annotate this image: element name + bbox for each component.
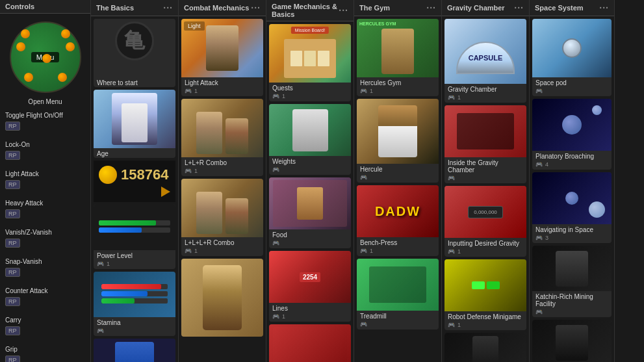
card-lines-title: Lines [269, 303, 351, 313]
space-pod-content [532, 19, 612, 77]
card-where-to-start[interactable]: 亀 Where to start [94, 19, 175, 87]
stamina-bars [97, 280, 171, 309]
card-weights[interactable]: Weights 🎮 [269, 104, 351, 175]
card-inputting-meta: 🎮 1 [444, 248, 526, 257]
control-flight: Toggle Flight On/Off RP [3, 110, 88, 132]
menu-circle[interactable]: Menu [10, 21, 81, 93]
card-katchin-rich-image [532, 246, 612, 291]
control-snap: Snap-Vanish RP [3, 257, 88, 278]
card-inside-gravity-meta: 🎮 [444, 174, 526, 183]
mission-board-sign: Mission Board! [291, 27, 329, 34]
combat-bottom-content [181, 259, 263, 337]
card-inside-gravity-image [444, 105, 526, 157]
bar2-container [99, 227, 170, 233]
dadw-meta-icon: 🎮 [360, 248, 367, 254]
bar1-container [99, 220, 170, 226]
card-quests-title: Quests [269, 83, 351, 92]
control-carry-name: Carry [5, 317, 85, 324]
card-stamina[interactable]: Stamina 🎮 [94, 272, 175, 336]
katchin-rich-content [532, 246, 612, 291]
card-power-level[interactable]: Power Level 🎮 1 [94, 205, 175, 269]
dragonball-6 [58, 73, 67, 82]
card-planetary[interactable]: Planatory Broaching 🎮 4 [532, 99, 612, 170]
quests-content: Mission Board! [269, 24, 351, 83]
card-lllr-meta: 🎮 1 [181, 247, 263, 256]
stamina-bar1-fill [101, 284, 161, 289]
card-bench-press-game[interactable]: Bench-Press 🎮 1 [269, 324, 351, 362]
card-inside-gravity[interactable]: Inside the Gravity Chamber 🎮 [444, 105, 526, 183]
card-age[interactable]: Age [94, 90, 175, 158]
gym-dots: ··· [426, 3, 436, 13]
card-navigating-image [532, 172, 612, 224]
controls-header: Controls [0, 0, 90, 14]
lines-meta-val: 1 [282, 313, 285, 320]
card-planetary-title: Planatory Broaching [532, 151, 612, 161]
card-gym-treadmill[interactable]: Treadmill 🎮 [357, 259, 439, 330]
space-dots: ··· [599, 3, 609, 13]
controls-content: Menu Open Menu Toggle Flight On/Off RP L… [0, 14, 90, 362]
bar1-fill [99, 220, 156, 226]
card-fatigue[interactable]: Fatigue: 4% [94, 339, 175, 362]
card-lines-meta: 🎮 1 [269, 313, 351, 322]
card-gym-treadmill-title: Treadmill [357, 311, 439, 320]
card-gravity-chamber-image: CAPSULE [444, 19, 526, 84]
card-hercules-gym[interactable]: HERCULES GYM Hercules Gym 🎮 1 [357, 19, 439, 96]
card-katchin-mining[interactable]: Katchin-Rich Mining Facility 🎮 [444, 333, 526, 362]
card-quests[interactable]: Mission Board! Quests 🎮 1 [269, 24, 351, 101]
card-space-pod-meta: 🎮 [532, 87, 612, 96]
light-attack-char [206, 25, 238, 71]
column-combat: Combat Mechanics ··· Light Light Attack … [179, 0, 266, 362]
gym-treadmill-content [357, 259, 439, 311]
card-navigating[interactable]: Navigating in Space 🎮 3 [532, 172, 612, 243]
card-food[interactable]: Food 🎮 [269, 177, 351, 248]
card-inside-gravity-title: Inside the Gravity Chamber [444, 157, 526, 174]
card-combat-bottom[interactable] [181, 259, 263, 337]
gravity-header: Gravity Chamber ··· [442, 0, 529, 16]
card-katchin-rich-title: Katchin-Rich Mining Facility [532, 291, 612, 308]
card-weights-image [269, 104, 351, 156]
stamina-bar1 [101, 284, 167, 289]
inputting-content: 0,000,000 [444, 186, 526, 238]
control-carry-key: RP [5, 326, 20, 335]
card-dadw[interactable]: DADW Bench-Press 🎮 1 [357, 185, 439, 256]
card-age-image [94, 90, 175, 148]
fatigue-char [115, 342, 154, 362]
control-heavy-key: RP [5, 209, 20, 218]
card-robot-defense[interactable]: Robot Defense Minigame 🎮 1 [444, 259, 526, 330]
card-fatigue-image [94, 339, 175, 362]
card-lllr-combo[interactable]: L+L+L+R Combo 🎮 1 [181, 179, 263, 256]
space-pod-meta-icon: 🎮 [535, 88, 543, 94]
stamina-meta-icon: 🎮 [97, 328, 104, 334]
combo-char2 [225, 118, 248, 154]
dragonball-3 [16, 42, 25, 51]
card-where-to-start-image: 亀 [94, 19, 175, 77]
light-attack-meta-icon: 🎮 [185, 88, 192, 94]
space-title: Space System [535, 4, 584, 12]
inputting-meta-val: 1 [457, 248, 461, 255]
card-gravity-chamber[interactable]: CAPSULE Gravity Chamber 🎮 1 [444, 19, 526, 103]
inside-gravity-meta-icon: 🎮 [448, 175, 455, 181]
control-carry: Carry RP [3, 315, 88, 337]
control-snap-key: RP [5, 268, 20, 277]
capsule-dome-shape: CAPSULE [456, 42, 515, 74]
power-level-display: 158764 [94, 161, 175, 202]
card-inputting-gravity[interactable]: 0,000,000 Inputting Desired Gravity 🎮 1 [444, 186, 526, 257]
card-hercule[interactable]: Hercule 🎮 [357, 99, 439, 183]
card-llr-combo[interactable]: L+L+R Combo 🎮 1 [181, 99, 263, 176]
card-inputting-image: 0,000,000 [444, 186, 526, 238]
hercules-gym-meta-val: 1 [370, 88, 373, 94]
triangle-row [99, 187, 170, 197]
card-light-attack[interactable]: Light Light Attack 🎮 1 [181, 19, 263, 96]
planetary-small-planet [592, 105, 602, 115]
card-space-pod-title: Space pod [532, 77, 612, 87]
card-space-pod[interactable]: Space pod 🎮 [532, 19, 612, 96]
card-where-to-start-title: Where to start [94, 77, 175, 87]
card-lines[interactable]: 2254 Lines 🎮 1 [269, 251, 351, 322]
hercules-gym-tag: HERCULES GYM [359, 21, 396, 26]
katchin-ore-figure [556, 325, 588, 361]
card-katchin-ore[interactable]: Katchin Ore 🎮 [532, 320, 612, 362]
card-gym-treadmill-meta: 🎮 [357, 320, 439, 330]
control-flight-name: Toggle Flight On/Off [5, 112, 85, 119]
card-katchin-rich[interactable]: Katchin-Rich Mining Facility 🎮 [532, 246, 612, 317]
card-food-title: Food [269, 229, 351, 239]
